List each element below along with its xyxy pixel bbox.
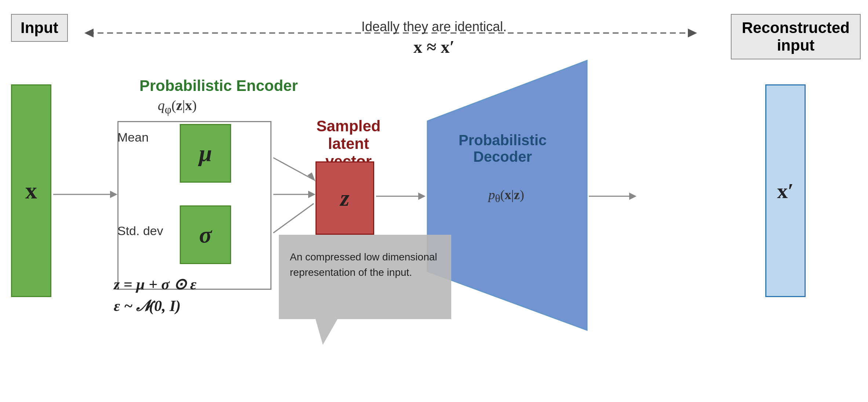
svg-marker-4: [110, 191, 117, 198]
z-rectangle: z: [316, 161, 374, 235]
callout-box: An compressed low dimensional representa…: [290, 249, 444, 280]
sigma-label: σ: [199, 221, 212, 248]
epsilon-formula: ε ~ 𝒩(0, I): [114, 297, 181, 315]
svg-line-5: [273, 158, 314, 180]
z-formula: z = μ + σ ⊙ ε: [114, 275, 196, 293]
decoder-formula: pθ(x|z): [444, 187, 569, 205]
output-x-prime-label: x′: [777, 179, 794, 203]
svg-marker-9: [308, 191, 316, 198]
svg-marker-6: [307, 172, 316, 182]
sigma-rectangle: σ: [180, 205, 231, 264]
decoder-title: Probabilistic Decoder: [440, 132, 565, 165]
mu-label: μ: [199, 140, 212, 167]
callout-text: An compressed low dimensional representa…: [290, 251, 437, 278]
svg-marker-11: [418, 193, 426, 200]
z-rect-label: z: [340, 184, 350, 212]
output-rectangle: x′: [765, 84, 806, 297]
input-rectangle: x: [11, 84, 51, 297]
stddev-label: Std. dev: [117, 224, 163, 238]
mean-label: Mean: [117, 130, 149, 145]
svg-line-7: [273, 204, 314, 233]
encoder-title: Probabilistic Encoder: [139, 77, 298, 95]
svg-marker-14: [629, 193, 637, 200]
encoder-formula: qφ(z|x): [158, 97, 197, 116]
diagram-container: Input Reconstructed input Ideally they a…: [0, 0, 868, 402]
input-x-label: x: [25, 177, 37, 204]
ideally-text: Ideally they are identical.: [0, 19, 868, 34]
mu-rectangle: μ: [180, 124, 231, 183]
approx-formula: x ≈ x′: [0, 37, 868, 57]
svg-marker-15: [279, 235, 451, 345]
